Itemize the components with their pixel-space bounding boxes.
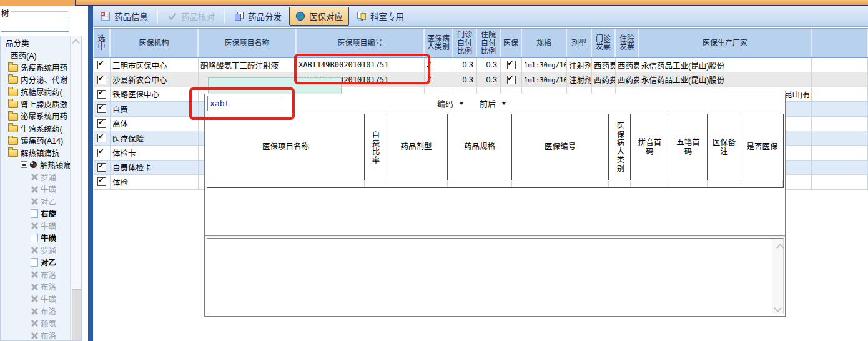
cell-insurance-org[interactable]: 铁路医保中心 xyxy=(111,87,199,102)
cell-sel[interactable] xyxy=(94,161,111,175)
lookup-column-header[interactable]: 拼音首 码 xyxy=(631,114,669,180)
tree-item[interactable]: 布洛 xyxy=(1,280,71,293)
column-header-name[interactable]: 医保项目名称 xyxy=(199,29,297,57)
tree-item[interactable]: 赖氨 xyxy=(1,317,71,330)
cell-sel[interactable] xyxy=(94,117,111,131)
tree-item[interactable]: 免疫系统用药 xyxy=(1,61,71,74)
checkbox-selected[interactable] xyxy=(97,134,106,142)
tree-item[interactable]: 牛磺 xyxy=(1,183,71,195)
lookup-empty-cell[interactable] xyxy=(207,180,365,187)
checkbox-insured[interactable] xyxy=(507,61,516,69)
lookup-column-header[interactable]: 药品规格 xyxy=(448,114,512,180)
cell-dosage-form[interactable]: 注射剂 xyxy=(567,58,592,72)
cell-project-name[interactable]: 酮咯酸氨丁三醇注射液 xyxy=(199,58,297,72)
tree-item[interactable]: 布洛 xyxy=(1,269,71,281)
lookup-column-header[interactable]: 医保备 注 xyxy=(708,114,741,180)
toolbar-button-department[interactable]: 科室专用 xyxy=(350,7,410,26)
lookup-empty-cell[interactable] xyxy=(708,180,741,187)
cell-inpatient-invoice[interactable]: 西药费 xyxy=(616,58,639,72)
tree-item[interactable]: 牛磺 xyxy=(1,232,71,244)
cell-empty[interactable] xyxy=(812,117,868,131)
cell-spec[interactable]: 1ml:30mg/10 xyxy=(522,72,567,87)
cell-empty[interactable] xyxy=(812,87,868,102)
cell-inpatient-invoice[interactable]: 西药费 xyxy=(616,72,639,87)
cell-outpatient-ratio[interactable]: 0.3 xyxy=(453,72,477,87)
tree-item[interactable]: 布洛 xyxy=(1,329,71,341)
lookup-empty-cell[interactable] xyxy=(365,180,385,187)
cell-sel[interactable] xyxy=(94,102,111,116)
collapse-minus-icon[interactable] xyxy=(21,161,27,168)
cell-insurance-org[interactable]: 体检 xyxy=(111,175,199,189)
detail-memo-area[interactable] xyxy=(207,238,784,314)
toolbar-button-insurance-mapping[interactable]: 医保对应 xyxy=(289,7,349,26)
cell-outpatient-invoice[interactable]: 西药费 xyxy=(592,72,616,87)
tree-item[interactable]: 品分类 xyxy=(1,37,71,49)
lookup-column-header[interactable]: 自费比率 xyxy=(365,114,385,180)
cell-empty[interactable] xyxy=(812,58,868,72)
cell-empty[interactable] xyxy=(812,146,868,160)
lookup-empty-cell[interactable] xyxy=(448,180,512,187)
tree-item[interactable]: 罗通 xyxy=(1,171,71,184)
cell-manufacturer[interactable]: 永信药品工业(昆山)股份 xyxy=(639,72,812,87)
checkbox-selected[interactable] xyxy=(97,149,106,157)
tree-item[interactable]: 对乙 xyxy=(1,195,71,208)
cell-insurance-org[interactable]: 体检卡 xyxy=(111,146,199,160)
cell-insurance-org[interactable]: 自费体检卡 xyxy=(111,161,199,175)
cell-dosage-form[interactable]: 注射剂 xyxy=(567,72,592,87)
tree-item[interactable]: 内分泌、代谢 xyxy=(1,74,71,86)
toolbar-button-drug-dispense[interactable]: 药品分发 xyxy=(228,7,288,26)
scroll-down-icon[interactable] xyxy=(774,304,782,312)
checkbox-insured[interactable] xyxy=(507,76,516,84)
checkbox-selected[interactable] xyxy=(97,76,106,84)
tree-item[interactable]: 牛磺 xyxy=(1,220,71,232)
cell-insured[interactable] xyxy=(501,72,522,87)
memo-scrollbar[interactable] xyxy=(772,239,783,314)
tree-item[interactable]: 肾上腺皮质激 xyxy=(1,98,71,111)
lookup-empty-cell[interactable] xyxy=(741,180,783,187)
scrollbar-thumb[interactable] xyxy=(72,289,81,341)
cell-insurance-org[interactable]: 沙县新农合中心 xyxy=(111,72,199,87)
lookup-empty-cell[interactable] xyxy=(385,180,448,187)
tree-item[interactable]: 罗通 xyxy=(1,244,71,257)
tree-item[interactable]: 对乙 xyxy=(1,256,71,269)
tree-item[interactable]: 布洛 xyxy=(1,305,71,317)
cell-outpatient-ratio[interactable]: 0.3 xyxy=(453,58,477,72)
lookup-column-header[interactable]: 是否医保 xyxy=(741,114,783,180)
cell-manufacturer[interactable]: 永信药品工业(昆山)股份 xyxy=(639,58,812,72)
cell-sel[interactable] xyxy=(94,72,111,87)
lookup-column-header[interactable]: 医保项目名称 xyxy=(207,114,365,180)
column-header-patient_type[interactable]: 医保病 人类别 xyxy=(425,29,453,57)
tree-item[interactable]: 解热镇痛 xyxy=(1,159,71,171)
cell-inpatient-ratio[interactable]: 0.3 xyxy=(477,58,501,72)
toolbar-button-drug-check[interactable]: 药品核对 xyxy=(161,7,221,26)
column-header-org[interactable]: 医保机构 xyxy=(111,29,199,57)
lookup-empty-cell[interactable] xyxy=(512,180,609,187)
checkbox-selected[interactable] xyxy=(97,119,106,128)
cell-outpatient-invoice[interactable]: 西药费 xyxy=(592,58,616,72)
tree-item[interactable]: 牛磺 xyxy=(1,293,71,305)
match-mode-dropdown[interactable]: 前后 xyxy=(480,97,506,109)
tree-item[interactable]: 西药(A) xyxy=(1,49,71,62)
cell-empty[interactable] xyxy=(812,161,868,175)
cell-insurance-org[interactable]: 自费 xyxy=(111,102,199,116)
tree-item[interactable]: 生殖系统药( xyxy=(1,122,71,135)
column-header-outp[interactable]: 门诊 自付 比例 xyxy=(453,29,477,57)
toolbar-button-drug-info[interactable]: 药品信息 xyxy=(94,7,154,26)
column-header-manufacturer[interactable]: 医保生产厂家 xyxy=(639,29,812,57)
column-header-empty[interactable] xyxy=(812,29,868,57)
lookup-column-header[interactable]: 医保病人类别 xyxy=(609,114,631,180)
column-header-inp_invoice[interactable]: 住院 发票 xyxy=(616,29,639,57)
cell-empty[interactable] xyxy=(812,102,868,116)
checkbox-selected[interactable] xyxy=(97,104,106,113)
cell-sel[interactable] xyxy=(94,146,111,160)
checkbox-selected[interactable] xyxy=(97,90,106,99)
sort-mode-dropdown[interactable]: 编码 xyxy=(437,97,464,109)
cell-insurance-org[interactable]: 离休 xyxy=(111,117,199,131)
cell-empty[interactable] xyxy=(812,131,868,146)
column-header-inp[interactable]: 住院 自付 比例 xyxy=(477,29,501,57)
cell-empty[interactable] xyxy=(812,72,868,87)
tree-item[interactable]: 抗糖尿病药( xyxy=(1,86,71,98)
cell-empty[interactable] xyxy=(812,175,868,189)
checkbox-selected[interactable] xyxy=(97,61,106,69)
cell-sel[interactable] xyxy=(94,58,111,72)
